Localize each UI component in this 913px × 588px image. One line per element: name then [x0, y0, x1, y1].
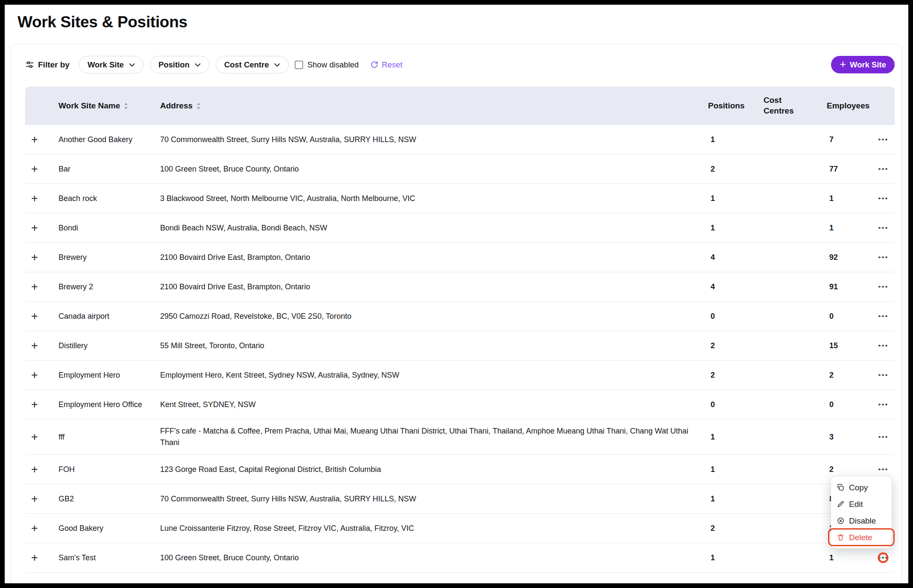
positions-count: 2 [705, 524, 760, 533]
menu-item-delete[interactable]: Delete [831, 529, 892, 546]
worksite-address: 2100 Bovaird Drive East, Brampton, Ontar… [160, 281, 705, 293]
table-body: + Another Good Bakery 70 Commonwealth St… [25, 125, 895, 573]
menu-item-edit[interactable]: Edit [831, 496, 892, 512]
row-menu-button[interactable] [876, 194, 890, 203]
row-menu-button[interactable] [876, 400, 890, 409]
expand-cell: + [25, 341, 59, 350]
expand-row-button[interactable]: + [31, 400, 38, 409]
employees-count: 1 [823, 224, 871, 233]
filter-dropdown-label: Work Site [88, 60, 124, 70]
expand-row-button[interactable]: + [31, 194, 38, 203]
filter-dropdown-work-site[interactable]: Work Site [79, 56, 143, 73]
show-disabled-toggle[interactable]: Show disabled [295, 60, 359, 70]
positions-count: 1 [705, 495, 760, 504]
row-menu-button[interactable] [876, 553, 890, 562]
row-menu-button[interactable] [876, 465, 890, 474]
row-menu-button[interactable] [876, 253, 890, 262]
menu-item-disable[interactable]: Disable [831, 512, 892, 529]
worksite-address: 70 Commonwealth Street, Surry Hills NSW,… [160, 134, 705, 146]
employees-count: 7 [823, 135, 871, 144]
expand-row-button[interactable]: + [31, 371, 38, 379]
worksite-address: Kent Street, SYDNEY, NSW [160, 399, 705, 410]
filter-dropdown-cost-centre[interactable]: Cost Centre [216, 56, 289, 73]
filter-by-label: Filter by [38, 60, 70, 70]
employees-count: 3 [823, 433, 871, 442]
expand-row-button[interactable]: + [31, 465, 38, 474]
table-row: + GB2 70 Commonwealth Street, Surry Hill… [25, 484, 895, 514]
actions-cell [871, 249, 895, 266]
positions-count: 2 [705, 341, 760, 350]
header-label: Employees [827, 101, 869, 111]
expand-cell: + [25, 253, 59, 262]
filter-dropdown-position[interactable]: Position [150, 56, 209, 73]
positions-count: 1 [705, 135, 760, 144]
expand-cell: + [25, 282, 59, 291]
expand-row-button[interactable]: + [31, 341, 38, 350]
expand-cell: + [25, 465, 59, 474]
row-menu-button[interactable] [876, 224, 890, 233]
table-row: + FOH 123 Gorge Road East, Capital Regio… [25, 455, 895, 484]
show-disabled-checkbox[interactable] [295, 61, 303, 69]
expand-row-button[interactable]: + [31, 224, 38, 232]
expand-row-button[interactable]: + [31, 253, 38, 262]
employees-count: 2 [823, 465, 871, 474]
row-menu-button[interactable] [876, 341, 890, 350]
employees-count: 15 [823, 341, 871, 350]
page-title: Work Sites & Positions [18, 13, 908, 31]
table-row: + Sam's Test 100 Green Street, Bruce Cou… [25, 543, 895, 573]
positions-count: 0 [705, 400, 760, 409]
add-worksite-button[interactable]: + Work Site [831, 56, 895, 73]
worksite-address: 100 Green Street, Bruce County, Ontario [160, 552, 705, 564]
table-row: + Brewery 2 2100 Bovaird Drive East, Bra… [25, 272, 895, 302]
worksite-name: Bar [59, 163, 160, 175]
expand-row-button[interactable]: + [31, 524, 38, 533]
row-menu-button[interactable] [876, 433, 890, 442]
sort-icon[interactable] [124, 102, 128, 110]
worksite-name: Another Good Bakery [59, 134, 160, 146]
expand-cell: + [25, 135, 59, 144]
actions-cell [871, 219, 895, 236]
expand-row-button[interactable]: + [31, 495, 38, 503]
row-menu-button[interactable] [876, 312, 890, 321]
expand-cell: + [25, 194, 59, 203]
worksite-address: 70 Commonwealth Street, Surry Hills NSW,… [160, 493, 705, 505]
expand-row-button[interactable]: + [31, 433, 38, 441]
employees-count: 0 [823, 312, 871, 321]
filter-icon [25, 60, 34, 69]
table-row: + Brewery 2100 Bovaird Drive East, Bramp… [25, 243, 895, 272]
expand-row-button[interactable]: + [31, 165, 38, 173]
expand-row-button[interactable]: + [31, 282, 38, 291]
expand-row-button[interactable]: + [31, 553, 38, 562]
employees-count: 92 [823, 253, 871, 262]
expand-row-button[interactable]: + [31, 312, 38, 320]
sort-icon[interactable] [196, 102, 201, 110]
table-row: + Distillery 55 Mill Street, Toronto, On… [25, 331, 895, 361]
positions-count: 4 [705, 282, 760, 291]
chevron-down-icon [129, 63, 135, 67]
copy-icon [837, 483, 845, 492]
row-menu-button[interactable] [876, 282, 890, 291]
expand-row-button[interactable]: + [31, 135, 38, 144]
row-menu-button[interactable] [876, 135, 890, 144]
table-row: + Employment Hero Employment Hero, Kent … [25, 361, 895, 390]
worksite-address: 2950 Camozzi Road, Revelstoke, BC, V0E 2… [160, 311, 705, 322]
header-address[interactable]: Address [160, 101, 705, 111]
employees-count: 77 [823, 165, 871, 174]
expand-cell: + [25, 371, 59, 379]
worksite-name: Beach rock [59, 193, 160, 204]
reset-button[interactable]: Reset [370, 60, 402, 70]
show-disabled-label: Show disabled [307, 60, 359, 70]
worksite-name: Employment Hero [59, 370, 160, 381]
row-menu-button[interactable] [876, 371, 890, 380]
positions-count: 1 [705, 194, 760, 203]
row-menu-button[interactable] [876, 165, 890, 174]
expand-cell: + [25, 312, 59, 320]
positions-count: 0 [705, 312, 760, 321]
employees-count: 91 [823, 282, 871, 291]
expand-cell: + [25, 524, 59, 533]
menu-item-copy[interactable]: Copy [831, 479, 892, 496]
header-work-site-name[interactable]: Work Site Name [59, 101, 160, 111]
add-worksite-label: Work Site [850, 60, 886, 70]
worksite-name: Distillery [59, 340, 160, 352]
actions-cell [871, 278, 895, 295]
